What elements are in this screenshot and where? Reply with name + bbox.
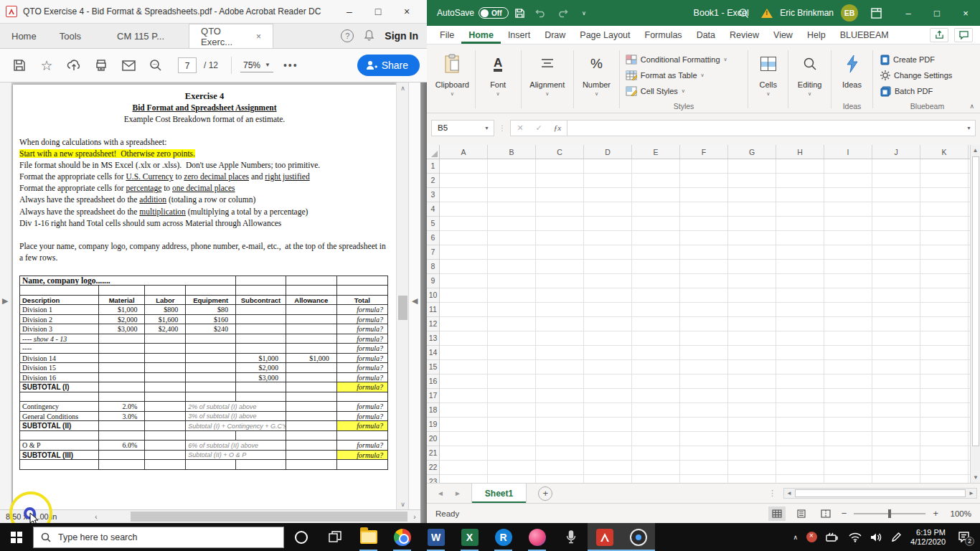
row-header[interactable]: 20 (427, 432, 439, 446)
acrobat-tab-document-1[interactable]: CM 115 P... (105, 24, 176, 48)
column-header[interactable]: K (920, 145, 969, 159)
scroll-up-icon[interactable]: ∧ (397, 83, 409, 93)
bell-icon[interactable] (364, 29, 374, 43)
sheet-tab-sheet1[interactable]: Sheet1 (471, 484, 527, 503)
acrobat-taskbar-button[interactable] (588, 523, 621, 551)
pdf-vertical-scrollbar[interactable]: ∧ ∨ (396, 83, 408, 509)
share-button[interactable]: Share (357, 55, 420, 76)
more-tools-button[interactable]: ••• (283, 60, 298, 71)
scroll-right-icon[interactable]: › (409, 513, 420, 521)
formula-input[interactable]: ▼ (567, 120, 976, 136)
ribbon-group-ideas[interactable]: Ideas Ideas (833, 47, 871, 113)
comments-icon[interactable] (954, 28, 973, 42)
user-avatar[interactable]: EB (841, 4, 858, 22)
row-header[interactable]: 15 (427, 360, 439, 375)
change-settings-button[interactable]: Change Settings (880, 67, 952, 83)
column-header[interactable]: C (536, 145, 584, 159)
prev-sheet-icon[interactable]: ◄ (437, 489, 444, 497)
excel-minimize-button[interactable]: – (894, 0, 923, 26)
column-header[interactable]: B (488, 145, 536, 159)
column-header[interactable]: F (680, 145, 728, 159)
row-header[interactable]: 23 (427, 475, 439, 483)
zoom-level-dropdown[interactable]: 75% ▼ (240, 59, 273, 72)
row-header[interactable]: 17 (427, 389, 439, 403)
task-view-button[interactable] (318, 523, 352, 551)
taskbar-clock[interactable]: 6:19 PM 4/12/2020 (910, 528, 946, 547)
conditional-formatting-button[interactable]: Conditional Formatting∨ (626, 52, 727, 67)
pdf-horizontal-scrollbar[interactable] (102, 510, 409, 523)
acrobat-tab-home[interactable]: Home (0, 24, 48, 48)
star-icon[interactable]: ☆ (34, 55, 59, 76)
ribbon-tab-draw[interactable]: Draw (537, 26, 573, 44)
row-header[interactable]: 1 (427, 159, 439, 174)
file-explorer-button[interactable] (352, 523, 385, 551)
collapse-ribbon-button[interactable]: ∧ (969, 103, 974, 110)
column-header[interactable]: E (632, 145, 680, 159)
tray-app-icon[interactable] (806, 532, 817, 542)
ribbon-tab-insert[interactable]: Insert (501, 26, 537, 44)
cloud-upload-icon[interactable] (62, 55, 86, 76)
quick-save-icon[interactable] (509, 4, 530, 22)
row-header[interactable]: 14 (427, 346, 439, 360)
zoom-in-button[interactable]: + (933, 508, 938, 519)
create-pdf-button[interactable]: Create PDF (880, 52, 935, 67)
row-header[interactable]: 7 (427, 245, 439, 260)
ribbon-tab-data[interactable]: Data (689, 26, 722, 44)
ribbon-group-alignment[interactable]: Alignment ∨ (523, 47, 573, 113)
volume-icon[interactable] (870, 532, 882, 542)
zoom-out-button[interactable]: − (842, 508, 847, 519)
title-search-icon[interactable] (732, 4, 754, 22)
email-icon[interactable] (116, 55, 141, 76)
search-input[interactable]: Type here to search (33, 527, 284, 548)
scrollbar-thumb[interactable] (398, 296, 407, 320)
acrobat-nav-pane-strip[interactable]: ▶ (0, 83, 12, 509)
column-header[interactable]: I (824, 145, 872, 159)
scroll-left-icon[interactable]: ◄ (784, 490, 794, 496)
cortana-button[interactable] (284, 523, 318, 551)
row-header[interactable]: 10 (427, 288, 439, 303)
quick-access-dropdown-icon[interactable]: ∨ (573, 4, 595, 22)
row-header[interactable]: 5 (427, 217, 439, 231)
name-box[interactable]: B5 ▼ (431, 120, 494, 136)
row-header[interactable]: 19 (427, 418, 439, 432)
share-icon[interactable] (930, 28, 948, 42)
print-icon[interactable] (89, 55, 113, 76)
warning-icon[interactable] (761, 9, 773, 18)
column-header[interactable]: D (584, 145, 632, 159)
start-button[interactable] (0, 523, 33, 551)
row-header[interactable]: 2 (427, 174, 439, 188)
row-header[interactable]: 8 (427, 260, 439, 274)
page-number-input[interactable]: 7 (178, 57, 197, 73)
acrobat-tab-tools[interactable]: Tools (48, 24, 93, 48)
column-header[interactable]: H (776, 145, 824, 159)
save-icon[interactable] (7, 55, 32, 76)
scroll-down-icon[interactable]: ∨ (397, 499, 409, 509)
ribbon-group-editing[interactable]: Editing ∨ (790, 47, 829, 113)
acrobat-close-button[interactable]: × (392, 1, 421, 22)
ribbon-group-clipboard[interactable]: Clipboard ∨ (431, 47, 473, 113)
page-break-view-icon[interactable] (817, 507, 834, 521)
scroll-right-icon[interactable]: ► (966, 490, 976, 496)
normal-view-icon[interactable] (768, 507, 786, 521)
cell-styles-button[interactable]: Cell Styles∨ (626, 83, 685, 99)
acrobat-maximize-button[interactable]: □ (364, 1, 392, 22)
ribbon-group-font[interactable]: A Font ∨ (477, 47, 519, 113)
grid-cells[interactable] (440, 159, 970, 483)
screen-recorder-button[interactable] (621, 523, 655, 551)
page-layout-view-icon[interactable] (793, 507, 810, 521)
power-icon[interactable] (826, 532, 840, 542)
search-icon[interactable] (143, 55, 168, 76)
ribbon-tab-review[interactable]: Review (722, 26, 766, 44)
row-header[interactable]: 13 (427, 331, 439, 346)
cancel-entry-icon[interactable]: ✕ (511, 123, 529, 133)
row-header[interactable]: 11 (427, 303, 439, 317)
zoom-slider[interactable] (854, 513, 925, 514)
row-header[interactable]: 18 (427, 403, 439, 418)
wifi-icon[interactable] (849, 532, 862, 542)
ribbon-tab-view[interactable]: View (766, 26, 800, 44)
ribbon-tab-file[interactable]: File (433, 26, 461, 44)
excel-taskbar-button[interactable]: X (453, 523, 486, 551)
scroll-down-icon[interactable]: ▼ (971, 472, 980, 483)
ribbon-tab-bluebeam[interactable]: BLUEBEAM (833, 26, 896, 44)
pink-app-button[interactable] (520, 523, 554, 551)
